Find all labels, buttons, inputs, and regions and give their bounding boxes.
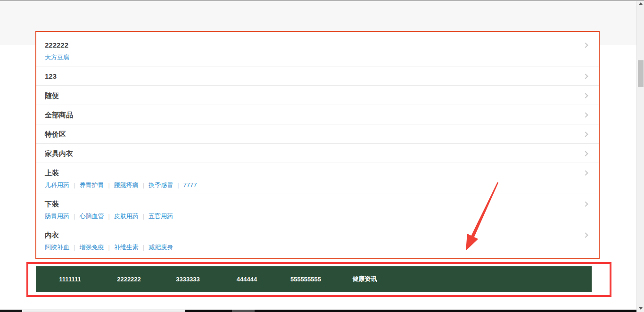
scroll-down-icon[interactable] [639,307,643,310]
subcategory-link[interactable]: 五官用药 [149,213,173,220]
subcategory-links: 肠胃用药|心脑血管|皮肤用药|五官用药 [45,212,590,221]
category-section: 下装 肠胃用药|心脑血管|皮肤用药|五官用药 [36,194,599,225]
category-title: 随便 [45,90,59,100]
subcategory-link[interactable]: 减肥廋身 [149,244,173,251]
subcategory-links: 儿科用药|养胃护胃|腰腿疼痛|换季感冒|7777 [45,181,590,189]
category-title: 内衣 [45,230,59,240]
subcategory-link[interactable]: 皮肤用药 [114,213,139,220]
category-title: 222222 [45,40,68,50]
link-separator-icon: | [143,244,144,251]
chevron-right-icon [583,93,588,98]
chevron-right-icon [583,112,588,117]
page: 222222 大方豆腐 123 随便 全部商品 特价区 [0,0,644,312]
category-row[interactable]: 123 [45,71,590,81]
subcategory-link[interactable]: 换季感冒 [149,181,173,189]
chevron-right-icon [583,201,588,206]
category-row[interactable]: 家具内衣 [45,148,590,158]
link-separator-icon: | [143,181,144,189]
category-section: 全部商品 [36,105,599,124]
link-separator-icon: | [143,213,144,220]
subcategory-link[interactable]: 儿科用药 [45,181,69,189]
category-row[interactable]: 特价区 [45,129,590,139]
category-section: 特价区 [36,124,599,144]
subcategory-link[interactable]: 肠胃用药 [45,213,69,220]
category-row[interactable]: 222222 [45,40,590,50]
chevron-right-icon [583,42,588,48]
footer-nav-item[interactable]: 健康资讯 [335,275,394,283]
window-top-edge [0,0,644,1]
chevron-right-icon [583,170,588,175]
category-section: 内衣 阿胶补血|增强免疫|补维生素|减肥廋身 [36,225,599,259]
taskbar-sliver-left [0,310,22,312]
chevron-right-icon [583,232,588,238]
subcategory-links: 阿胶补血|增强免疫|补维生素|减肥廋身 [45,243,590,252]
category-section: 上装 儿科用药|养胃护胃|腰腿疼痛|换季感冒|7777 [36,163,599,194]
link-separator-icon: | [74,213,75,220]
category-sections: 222222 大方豆腐 123 随便 全部商品 特价区 [36,32,599,259]
category-title: 家具内衣 [45,148,73,158]
taskbar-sliver-light [22,310,185,312]
chevron-right-icon [583,74,588,79]
taskbar-sliver-gray [232,310,255,312]
chevron-right-icon [583,151,588,156]
scroll-up-icon[interactable] [639,2,643,5]
link-separator-icon: | [74,181,75,189]
category-section: 随便 [36,86,599,105]
subcategory-link[interactable]: 心脑血管 [79,213,104,220]
footer-nav-bar: 111111122222223333333444444555555555健康资讯 [36,266,592,292]
category-title: 123 [45,71,57,81]
link-separator-icon: | [108,181,109,189]
category-row[interactable]: 上装 [45,168,590,178]
footer-nav-item[interactable]: 444444 [217,276,276,283]
scrollbar-thumb[interactable] [638,60,644,87]
link-separator-icon: | [108,213,109,220]
category-section: 222222 大方豆腐 [36,32,599,66]
footer-nav-item[interactable]: 2222222 [99,276,158,283]
link-separator-icon: | [177,181,179,189]
category-row[interactable]: 随便 [45,90,590,100]
subcategory-link[interactable]: 养胃护胃 [79,181,104,189]
scrollbar[interactable] [636,0,644,312]
subcategory-link[interactable]: 补维生素 [114,244,139,251]
category-row[interactable]: 下装 [45,199,590,209]
subcategory-links: 大方豆腐 [45,53,590,62]
category-title: 下装 [45,199,59,209]
subcategory-link[interactable]: 7777 [183,181,197,189]
category-title: 上装 [45,168,59,178]
link-separator-icon: | [74,244,75,251]
subcategory-link[interactable]: 阿胶补血 [45,244,69,251]
subcategory-link[interactable]: 增强免疫 [79,244,104,251]
category-row[interactable]: 全部商品 [45,110,590,120]
category-title: 特价区 [45,129,66,139]
link-separator-icon: | [108,244,109,251]
footer-nav-item[interactable]: 1111111 [41,276,99,283]
category-panel: 222222 大方豆腐 123 随便 全部商品 特价区 [35,31,600,259]
chevron-right-icon [583,131,588,137]
subcategory-link[interactable]: 腰腿疼痛 [114,181,139,189]
category-row[interactable]: 内衣 [45,230,590,240]
category-title: 全部商品 [45,110,73,120]
category-section: 123 [36,66,599,86]
footer-nav-item[interactable]: 555555555 [276,276,335,283]
footer-nav-item[interactable]: 3333333 [158,276,217,283]
subcategory-link[interactable]: 大方豆腐 [45,54,69,61]
category-section: 家具内衣 [36,144,599,163]
